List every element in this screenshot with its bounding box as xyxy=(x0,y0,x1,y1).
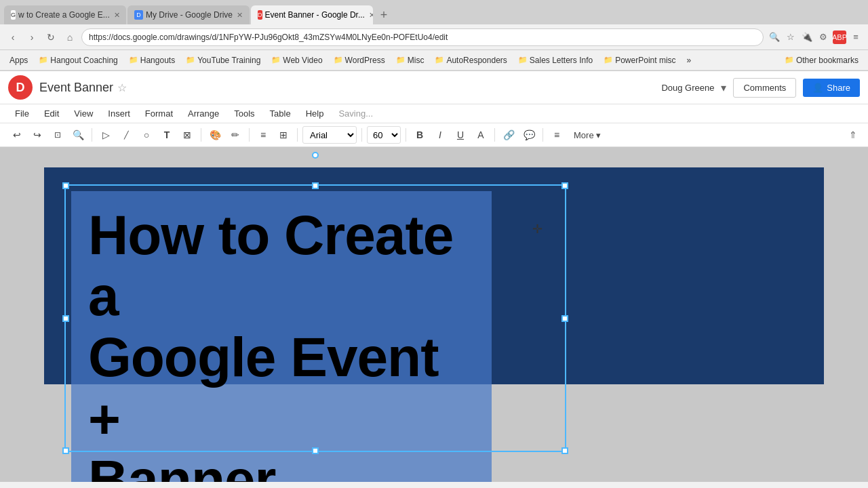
handle-top-right[interactable] xyxy=(561,182,568,189)
border-color-button[interactable]: ✏ xyxy=(226,126,244,144)
docs-app: D Event Banner ☆ Doug Greene ▾ Comments … xyxy=(0,71,868,482)
banner-line-2: Google Event + xyxy=(88,326,439,449)
doc-title-area: Event Banner ☆ xyxy=(39,81,654,95)
adblock-icon[interactable]: ABP xyxy=(833,30,846,44)
tab-close-1[interactable]: ✕ xyxy=(114,11,120,20)
banner-line-3: Banner xyxy=(88,449,276,482)
banner-text: How to Create a Google Event + Banner xyxy=(88,205,475,482)
line-tool[interactable]: ╱ xyxy=(117,126,135,144)
separator-3 xyxy=(249,128,250,142)
share-icon: 👤 xyxy=(812,83,823,93)
handle-mid-left[interactable] xyxy=(62,315,69,322)
docs-header: D Event Banner ☆ Doug Greene ▾ Comments … xyxy=(0,71,868,104)
collapse-toolbar-button[interactable]: ⇑ xyxy=(846,127,860,143)
user-dropdown-icon[interactable]: ▾ xyxy=(721,81,726,94)
menu-insert[interactable]: Insert xyxy=(101,106,137,121)
star-icon[interactable]: ☆ xyxy=(117,81,127,94)
arrange-button[interactable]: ⊞ xyxy=(275,126,292,144)
italic-button[interactable]: I xyxy=(431,126,449,144)
comment-button[interactable]: 💬 xyxy=(520,126,538,144)
align-button[interactable]: ≡ xyxy=(254,126,272,144)
new-tab-button[interactable]: + xyxy=(374,5,393,24)
text-box[interactable]: How to Create a Google Event + Banner xyxy=(71,191,492,482)
more-label: More xyxy=(574,130,594,140)
menu-format[interactable]: Format xyxy=(138,106,180,121)
text-color-button[interactable]: A xyxy=(472,126,490,144)
handle-bottom-right[interactable] xyxy=(561,447,568,454)
bm-more-button[interactable]: » xyxy=(683,54,696,66)
tab-close-3[interactable]: ✕ xyxy=(369,11,373,20)
handle-top-mid[interactable] xyxy=(312,182,319,189)
drawing-area[interactable]: How to Create a Google Event + Banner ✛ xyxy=(0,147,868,482)
shape-tool[interactable]: ○ xyxy=(138,126,155,144)
bm-label-wordpress: WordPress xyxy=(345,56,385,65)
menu-file[interactable]: File xyxy=(8,106,36,121)
folder-icon-1: 📁 xyxy=(39,56,48,64)
comments-button[interactable]: Comments xyxy=(733,78,796,98)
folder-icon-9: 📁 xyxy=(604,56,613,64)
bm-hangout-coaching[interactable]: 📁 Hangout Coaching xyxy=(35,54,121,66)
bm-youtube-training[interactable]: 📁 YouTube Training xyxy=(182,54,264,66)
home-button[interactable]: ⌂ xyxy=(62,30,77,45)
handle-bottom-left[interactable] xyxy=(62,447,69,454)
apps-button[interactable]: Apps xyxy=(5,54,32,66)
bm-other-bookmarks[interactable]: 📁 Other bookmarks xyxy=(781,54,863,66)
move-cursor: ✛ xyxy=(532,222,542,237)
menu-icon[interactable]: ≡ xyxy=(849,30,863,44)
redo-button[interactable]: ↪ xyxy=(28,126,46,144)
doc-title: Event Banner ☆ xyxy=(39,81,654,95)
tab-event-banner[interactable]: D Event Banner - Google Dr... ✕ xyxy=(251,5,373,24)
bm-powerpoint[interactable]: 📁 PowerPoint misc xyxy=(599,54,679,66)
search-icon[interactable]: 🔍 xyxy=(768,30,781,44)
text-align-button[interactable]: ≡ xyxy=(548,126,566,144)
back-button[interactable]: ‹ xyxy=(5,30,20,45)
font-selector[interactable]: Arial xyxy=(302,126,357,144)
menu-help[interactable]: Help xyxy=(299,106,331,121)
bm-label-hangouts: Hangouts xyxy=(140,56,175,65)
bold-button[interactable]: B xyxy=(411,126,429,144)
reload-button[interactable]: ↻ xyxy=(43,30,58,45)
share-button[interactable]: 👤 Share xyxy=(803,79,860,97)
tab-close-2[interactable]: ✕ xyxy=(237,11,243,20)
bm-misc[interactable]: 📁 Misc xyxy=(392,54,429,66)
font-size-selector[interactable]: 60 xyxy=(367,126,401,144)
url-bar[interactable]: https://docs.google.com/drawings/d/1NFpY… xyxy=(81,28,764,46)
menu-arrange[interactable]: Arrange xyxy=(181,106,226,121)
bm-web-video[interactable]: 📁 Web Video xyxy=(267,54,326,66)
tab-my-drive[interactable]: D My Drive - Google Drive ✕ xyxy=(127,5,250,24)
menu-tools[interactable]: Tools xyxy=(227,106,261,121)
tab-label-2: My Drive - Google Drive xyxy=(146,10,233,20)
settings-icon[interactable]: ⚙ xyxy=(816,30,830,44)
doc-title-text: Event Banner xyxy=(39,81,113,95)
undo-button[interactable]: ↩ xyxy=(8,126,26,144)
zoom-button[interactable]: 🔍 xyxy=(69,126,87,144)
select-tool[interactable]: ▷ xyxy=(97,126,115,144)
separator-4 xyxy=(297,128,298,142)
paint-format-button[interactable]: ⊡ xyxy=(49,126,66,144)
tab-create-google[interactable]: G w to Create a Google E... ✕ xyxy=(4,5,126,24)
underline-button[interactable]: U xyxy=(452,126,469,144)
more-button[interactable]: More ▾ xyxy=(568,127,606,143)
fill-color-button[interactable]: 🎨 xyxy=(206,126,224,144)
drawing-canvas[interactable]: How to Create a Google Event + Banner ✛ xyxy=(44,167,824,384)
bm-wordpress[interactable]: 📁 WordPress xyxy=(330,54,389,66)
menu-edit[interactable]: Edit xyxy=(37,106,66,121)
menu-table[interactable]: Table xyxy=(263,106,298,121)
handle-top-center[interactable] xyxy=(312,152,319,159)
url-icons: 🔍 ☆ 🔌 ⚙ ABP ≡ xyxy=(768,30,863,44)
menu-view[interactable]: View xyxy=(67,106,100,121)
bm-autoresponders[interactable]: 📁 AutoResponders xyxy=(431,54,511,66)
extension-icon[interactable]: 🔌 xyxy=(800,30,814,44)
text-tool[interactable]: T xyxy=(158,126,176,144)
handle-mid-right[interactable] xyxy=(561,315,568,322)
image-tool[interactable]: ⊠ xyxy=(178,126,196,144)
tab-label-3: Event Banner - Google Dr... xyxy=(265,10,365,20)
forward-button[interactable]: › xyxy=(24,30,39,45)
link-button[interactable]: 🔗 xyxy=(500,126,517,144)
handle-top-left[interactable] xyxy=(62,182,69,189)
bm-sales-letters[interactable]: 📁 Sales Letters Info xyxy=(514,54,597,66)
bookmark-star-icon[interactable]: ☆ xyxy=(784,30,797,44)
bm-hangouts[interactable]: 📁 Hangouts xyxy=(125,54,179,66)
folder-icon-7: 📁 xyxy=(435,56,444,64)
folder-icon-other: 📁 xyxy=(785,56,794,64)
